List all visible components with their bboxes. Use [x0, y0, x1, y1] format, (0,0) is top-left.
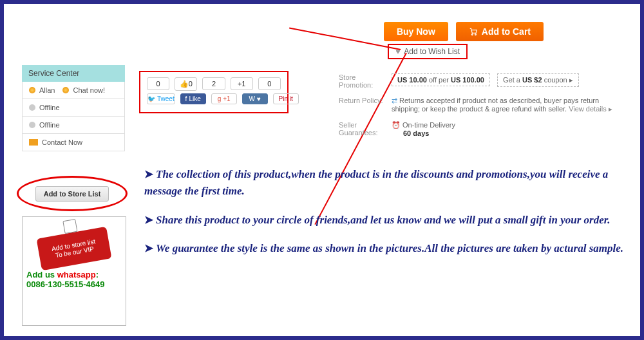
status-offline-icon — [29, 122, 35, 128]
wishlist-callout[interactable]: ♥ Add to Wish List — [388, 44, 468, 59]
store-promotion-row: Store Promotion: US 10.00 off per US 100… — [339, 73, 629, 89]
share-counts-row: 0 👍0 2 +1 0 — [147, 77, 281, 91]
arrow-icon: ➤ — [144, 242, 153, 254]
svg-point-0 — [471, 34, 473, 35]
store-promotion-label: Store Promotion: — [339, 73, 384, 89]
instruction-bullets: ➤The collection of this product,when the… — [144, 166, 626, 269]
twitter-icon: 🐦 — [147, 95, 155, 102]
arrow-icon: ➤ — [144, 168, 153, 180]
seller-guarantees-label: Seller Guarantees: — [339, 121, 384, 137]
tweet-count: 0 — [147, 77, 169, 90]
gplus-label: +1 — [223, 95, 230, 102]
bullet-2: ➤Share this product to your circle of fr… — [144, 212, 626, 229]
mail-icon — [29, 139, 38, 146]
vip-sign: Add to store list To be our VIP — [36, 227, 111, 270]
product-info-block: Store Promotion: US 10.00 off per US 100… — [339, 73, 629, 145]
vk-button[interactable]: W ♥ — [242, 93, 268, 104]
status-online-icon — [62, 87, 69, 93]
add-to-store-list-button[interactable]: Add to Store List — [35, 186, 109, 202]
arrow-icon: ➤ — [144, 214, 153, 226]
status-online-icon — [29, 87, 35, 93]
promo-pill-discount[interactable]: US 10.00 off per US 100.00 — [392, 73, 490, 86]
promo-pill-coupon[interactable]: Get a US $2 coupon ▸ — [497, 73, 579, 87]
top-button-bar: Buy Now Add to Cart — [384, 22, 544, 41]
return-policy-row: Return Policy: ⇄ Returns accepted if pro… — [339, 97, 629, 113]
share-buttons-callout: 0 👍0 2 +1 0 🐦Tweet f Like g+1 W ♥ Pin it — [139, 71, 289, 113]
chat-now-label: Chat now! — [73, 86, 105, 94]
clock-icon: ⏰ — [392, 121, 401, 129]
status-offline-icon — [29, 104, 35, 111]
return-icon: ⇄ — [392, 97, 397, 104]
pinit-button[interactable]: Pin it — [273, 93, 299, 104]
add-us-line: Add us whatsapp: — [26, 270, 122, 279]
fb-like-button[interactable]: f Like — [180, 93, 206, 104]
gplus-count: 2 — [202, 77, 225, 90]
like-count: 👍0 — [175, 77, 197, 91]
add-to-cart-button[interactable]: Add to Cart — [456, 22, 544, 41]
offline-label: Offline — [39, 121, 60, 129]
view-details-link[interactable]: View details ▸ — [569, 105, 612, 113]
offline-label: Offline — [39, 104, 60, 111]
cart-icon — [469, 27, 478, 36]
contact-now-label: Contact Now — [42, 138, 82, 146]
ontime-delivery-text: On-time Delivery — [402, 121, 455, 129]
seller-guarantees-row: Seller Guarantees: ⏰ On-time Delivery 60… — [339, 121, 629, 137]
bullet-1: ➤The collection of this product,when the… — [144, 166, 626, 200]
vk-icon: W — [249, 95, 254, 102]
like-label: Like — [189, 95, 200, 102]
whatsapp-label: whatsapp — [57, 270, 96, 279]
guarantee-days: 60 days — [403, 129, 429, 137]
gplus-button[interactable]: g+1 — [211, 93, 237, 104]
tweet-button[interactable]: 🐦Tweet — [147, 93, 175, 104]
gplus-icon: g — [218, 95, 222, 102]
service-center-panel: Service Center Allan Chat now! Offline O… — [22, 65, 125, 151]
agent-row-allan[interactable]: Allan Chat now! — [22, 82, 125, 99]
vip-promo-box: Add to store list To be our VIP Add us w… — [22, 216, 126, 326]
service-center-header: Service Center — [22, 65, 125, 82]
page-frame: Buy Now Add to Cart ♥ Add to Wish List S… — [0, 0, 644, 340]
contact-now-row[interactable]: Contact Now — [22, 134, 125, 151]
agent-row-offline: Offline — [22, 99, 125, 117]
wishlist-label: Add to Wish List — [404, 47, 460, 56]
share-buttons-row: 🐦Tweet f Like g+1 W ♥ Pin it — [147, 93, 281, 104]
add-to-cart-label: Add to Cart — [482, 26, 531, 37]
vk-count: +1 — [231, 77, 253, 90]
agent-row-offline: Offline — [22, 117, 125, 134]
colon: : — [96, 270, 99, 279]
buy-now-button[interactable]: Buy Now — [384, 22, 448, 41]
agent-name: Allan — [39, 86, 55, 94]
bullet-3: ➤We guarantee the style is the same as s… — [144, 240, 626, 257]
store-list-highlight: Add to Store List — [17, 176, 128, 211]
return-policy-label: Return Policy: — [339, 97, 384, 113]
return-policy-text: Returns accepted if product not as descr… — [392, 97, 599, 113]
svg-point-1 — [475, 34, 476, 35]
facebook-icon: f — [185, 95, 187, 102]
tweet-label: Tweet — [157, 95, 175, 102]
add-us-prefix: Add us — [26, 270, 57, 279]
whatsapp-phone: 0086-130-5515-4649 — [26, 279, 122, 289]
pin-count: 0 — [258, 77, 281, 90]
